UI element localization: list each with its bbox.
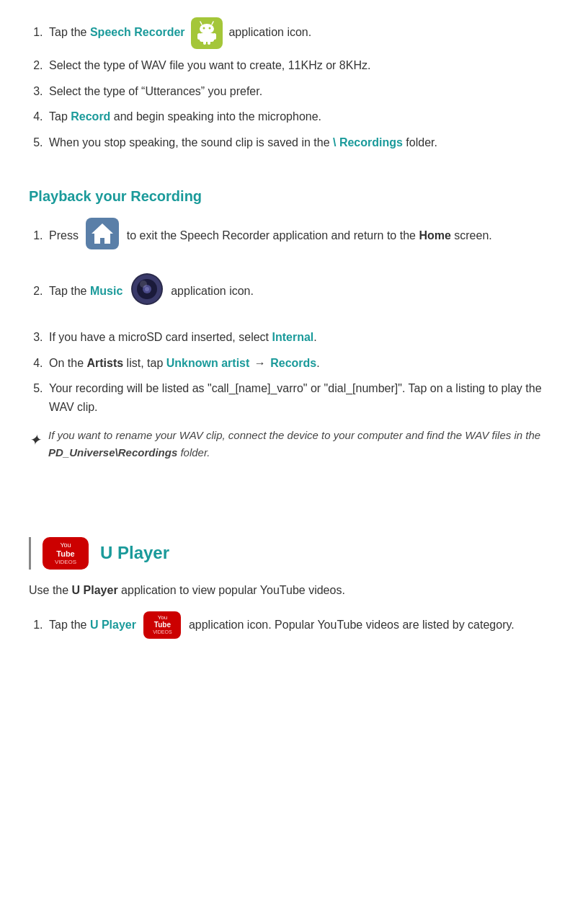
youtube-videos-icon: You Tube VIDEOS (43, 537, 89, 570)
tap-uplayer-text: Tap the U Player (49, 619, 136, 631)
android-app-icon (191, 17, 223, 49)
recording-step-5: When you stop speaking, the sound clip i… (46, 133, 559, 152)
svg-point-18 (140, 280, 147, 288)
uplayer-step-1: Tap the U Player You Tube VIDEOS applica… (46, 611, 559, 639)
recording-step-4: Tap Record and begin speaking into the m… (46, 107, 559, 126)
svg-point-1 (200, 24, 214, 34)
svg-rect-9 (203, 40, 206, 45)
step1-end-text: application icon. (228, 26, 311, 38)
recording-step-1: Tap the Speech Recorder application icon… (46, 17, 559, 49)
svg-point-17 (145, 287, 149, 291)
svg-point-2 (203, 27, 205, 30)
recording-step-2: Select the type of WAV file you want to … (46, 56, 559, 75)
home-bold: Home (419, 229, 450, 242)
recording-step-3: Select the type of “Utterances” you pref… (46, 82, 559, 101)
recordings-link: \ Recordings (333, 136, 403, 149)
music-end-text: application icon. (171, 285, 254, 297)
tip-block: ✦ If you want to rename your WAV clip, c… (29, 427, 559, 461)
press-text: Press (49, 229, 81, 242)
uplayer-intro: Use the U Player application to view pop… (29, 581, 559, 600)
playback-step-3: If you have a microSD card inserted, sel… (46, 328, 559, 347)
uplayer-end-text: application icon. Popular YouTube videos… (189, 619, 514, 631)
step3-text: Select the type of “Utterances” you pref… (49, 85, 262, 97)
tip-text: If you want to rename your WAV clip, con… (48, 427, 559, 461)
internal-link: Internal (272, 331, 313, 343)
music-app-icon (130, 273, 164, 311)
playback-step-1: Press to exit the Speech Recorder applic… (46, 218, 559, 255)
playback-step-2: Tap the Music application icon. (46, 273, 559, 311)
tip-bold: PD_Universe\Recordings (48, 446, 177, 459)
unknown-artist-link: Unknown artist (166, 357, 250, 369)
playback-step-4: On the Artists list, tap Unknown artist … (46, 354, 559, 373)
svg-rect-10 (208, 40, 210, 45)
music-link: Music (90, 285, 122, 297)
uplayer-intro-bold: U Player (72, 584, 118, 596)
step2-text: Select the type of WAV file you want to … (49, 59, 370, 71)
press-end-text: to exit the Speech Recorder application … (127, 229, 492, 242)
tap-music-text: Tap the Music (49, 285, 122, 297)
speech-recorder-link: Speech Recorder (90, 26, 185, 38)
playback-heading: Playback your Recording (29, 185, 559, 208)
youtube-app-icon: You Tube VIDEOS (143, 611, 181, 639)
playback-step-5: Your recording will be listed as "call_[… (46, 379, 559, 416)
svg-rect-6 (200, 33, 214, 42)
home-icon (86, 218, 119, 255)
uplayer-link: U Player (90, 619, 136, 631)
svg-point-3 (209, 27, 211, 30)
uplayer-section-header: You Tube VIDEOS U Player (29, 537, 559, 570)
artists-bold: Artists (86, 357, 123, 369)
record-link: Record (71, 110, 110, 123)
tip-star-icon: ✦ (29, 428, 41, 451)
svg-rect-8 (213, 33, 216, 40)
arrow-right: → (254, 357, 266, 369)
playback-section: Playback your Recording Press to exit th… (29, 185, 559, 461)
svg-rect-7 (197, 33, 201, 40)
uplayer-heading: U Player (100, 539, 169, 567)
records-link: Records (270, 357, 316, 369)
